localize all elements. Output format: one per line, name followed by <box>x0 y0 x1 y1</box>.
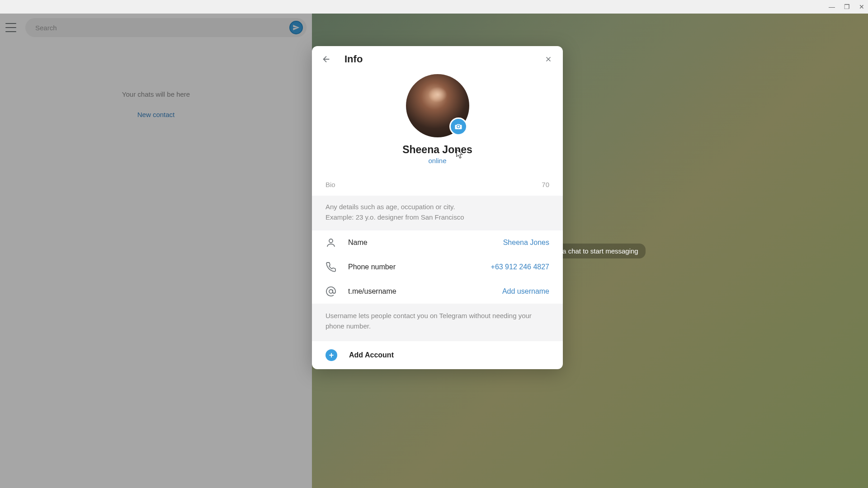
profile-name: Sheena Jones <box>321 144 554 156</box>
username-value: Add username <box>502 287 549 296</box>
bio-char-count: 70 <box>542 181 549 188</box>
username-row[interactable]: t.me/username Add username <box>312 279 563 304</box>
bio-label: Bio <box>326 181 335 188</box>
info-modal: Info Sheena Jones online Bio 70 Any deta… <box>312 46 563 369</box>
window-close-button[interactable]: ✕ <box>859 3 864 10</box>
window-titlebar: — ❐ ✕ <box>0 0 868 14</box>
name-value: Sheena Jones <box>503 239 549 247</box>
name-row[interactable]: Name Sheena Jones <box>312 230 563 255</box>
add-account-label: Add Account <box>349 351 394 359</box>
phone-row[interactable]: Phone number +63 912 246 4827 <box>312 255 563 279</box>
profile-status: online <box>321 157 554 164</box>
maximize-button[interactable]: ❐ <box>844 3 850 10</box>
username-hint: Username lets people contact you on Tele… <box>312 304 563 341</box>
close-icon[interactable] <box>543 54 554 65</box>
at-icon <box>326 286 336 297</box>
minimize-button[interactable]: — <box>829 3 835 10</box>
back-button[interactable] <box>321 54 332 65</box>
chat-sidebar: Your chats will be here New contact <box>0 14 312 488</box>
bio-field[interactable]: Bio 70 <box>312 174 563 196</box>
phone-value: +63 912 246 4827 <box>491 263 549 271</box>
username-label: t.me/username <box>348 287 491 296</box>
bio-hint: Any details such as age, occupation or c… <box>312 196 563 230</box>
svg-point-1 <box>329 290 333 293</box>
sidebar-dim-overlay <box>0 14 312 488</box>
person-icon <box>326 237 336 248</box>
name-label: Name <box>348 239 491 247</box>
camera-icon[interactable] <box>449 117 467 136</box>
modal-title: Info <box>344 53 530 65</box>
svg-point-0 <box>329 239 333 243</box>
phone-label: Phone number <box>348 263 479 271</box>
plus-icon: + <box>326 349 337 361</box>
phone-icon <box>326 262 336 272</box>
add-account-button[interactable]: + Add Account <box>312 341 563 369</box>
